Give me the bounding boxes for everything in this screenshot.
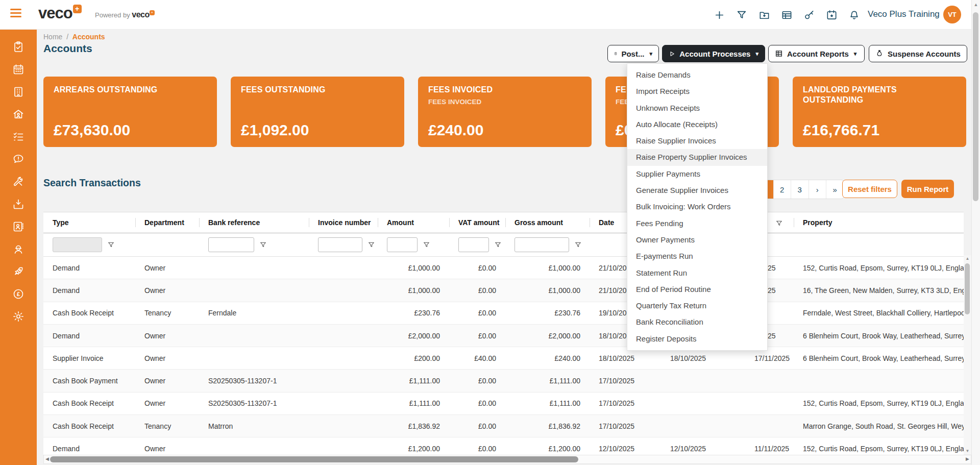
- filter-input[interactable]: [458, 237, 489, 252]
- pager-nav-button[interactable]: ›: [808, 180, 826, 199]
- menu-item[interactable]: Register Deposits: [627, 331, 767, 347]
- page-button[interactable]: 2: [773, 180, 791, 199]
- reset-filters-button[interactable]: Reset filters: [842, 180, 897, 198]
- menu-item[interactable]: Raise Supplier Invoices: [627, 133, 767, 149]
- rocket-icon[interactable]: [12, 265, 25, 278]
- download-tray-icon[interactable]: [12, 198, 25, 211]
- contractor-icon[interactable]: [12, 242, 25, 256]
- filter-input[interactable]: [387, 237, 418, 252]
- post-button[interactable]: Post...▾: [607, 45, 659, 62]
- key-icon[interactable]: [800, 7, 818, 23]
- column-header[interactable]: Gross amount: [505, 212, 590, 233]
- checklist-icon[interactable]: [12, 130, 25, 143]
- kpi-card-landlord-payments[interactable]: LANDLORD PAYMENTS OUTSTANDING £16,766.71: [793, 77, 966, 147]
- menu-item[interactable]: Auto Allocate (Receipts): [627, 116, 767, 133]
- scroll-down-icon[interactable]: ▼: [964, 449, 971, 453]
- tools-icon[interactable]: [12, 175, 25, 188]
- kpi-title: ARREARS OUTSTANDING: [54, 85, 181, 95]
- menu-item[interactable]: Bulk Invoicing: Work Orders: [627, 199, 767, 215]
- column-filter-icon[interactable]: [108, 241, 114, 248]
- scroll-up-icon[interactable]: ▲: [972, 2, 980, 7]
- column-header[interactable]: Amount: [378, 212, 449, 233]
- menu-item[interactable]: E-payments Run: [627, 248, 767, 264]
- filter-input[interactable]: [208, 237, 254, 252]
- table-row[interactable]: Cash Book ReceiptTenancyFerndale£230.76£…: [43, 302, 964, 324]
- table-row[interactable]: DemandOwner£1,000.00£0.00£1,000.0021/10/…: [43, 279, 964, 302]
- account-reports-button[interactable]: Account Reports▾: [768, 45, 865, 62]
- menu-item[interactable]: Fees Pending: [627, 215, 767, 232]
- menu-item[interactable]: Generate Supplier Invoices: [627, 182, 767, 199]
- scroll-left-icon[interactable]: ◀: [45, 456, 49, 461]
- scroll-thumb[interactable]: [965, 263, 970, 314]
- home-contact-icon[interactable]: [12, 108, 25, 121]
- menu-item[interactable]: Raise Property Supplier Invoices: [627, 149, 767, 165]
- table-row[interactable]: Supplier InvoiceOwner£200.00£40.00£240.0…: [43, 347, 964, 370]
- column-filter-icon[interactable]: [776, 220, 782, 227]
- breadcrumb-home[interactable]: Home: [43, 33, 62, 41]
- column-header[interactable]: Department: [135, 212, 199, 233]
- folder-download-icon[interactable]: [755, 7, 773, 23]
- page-button[interactable]: 3: [791, 180, 808, 199]
- add-icon[interactable]: [710, 7, 728, 23]
- column-filter-icon[interactable]: [495, 241, 501, 248]
- table-row[interactable]: Cash Book ReceiptTenancyMatrron£1,836.92…: [43, 415, 964, 437]
- table-row[interactable]: DemandOwner£1,000.00£0.00£1,000.0021/10/…: [43, 257, 964, 279]
- kpi-title: FEES OUTSTANDING: [241, 85, 369, 95]
- calendar-event-icon[interactable]: [823, 7, 840, 23]
- filter-input[interactable]: [318, 237, 362, 252]
- menu-item[interactable]: Unknown Receipts: [627, 100, 767, 116]
- filter-icon[interactable]: [733, 7, 750, 23]
- scroll-up-icon[interactable]: ▲: [964, 256, 971, 261]
- menu-item[interactable]: Supplier Payments: [627, 166, 767, 182]
- scroll-right-icon[interactable]: ▶: [966, 456, 969, 461]
- table-horizontal-scrollbar[interactable]: ◀ ▶: [43, 455, 971, 464]
- logo-plus-badge: +: [73, 5, 82, 13]
- column-header[interactable]: Invoice number: [309, 212, 378, 233]
- building-icon[interactable]: [12, 85, 25, 99]
- menu-item[interactable]: Quarterly Tax Return: [627, 298, 767, 314]
- menu-item[interactable]: Bank Reconciliation: [627, 314, 767, 330]
- table-vertical-scrollbar[interactable]: ▲ ▼: [964, 255, 971, 454]
- column-filter-icon[interactable]: [368, 241, 375, 248]
- contact-card-icon[interactable]: [12, 220, 25, 233]
- menu-item[interactable]: Import Receipts: [627, 83, 767, 100]
- column-header[interactable]: Property: [794, 212, 964, 233]
- column-header[interactable]: Type: [43, 212, 135, 233]
- account-processes-button[interactable]: Account Processes▾: [662, 45, 765, 62]
- kpi-title: LANDLORD PAYMENTS OUTSTANDING: [803, 85, 930, 105]
- page-vertical-scrollbar[interactable]: ▲: [971, 0, 980, 465]
- settings-gear-icon[interactable]: [12, 310, 25, 323]
- column-filter-icon[interactable]: [260, 241, 266, 248]
- kpi-card-arrears[interactable]: ARREARS OUTSTANDING £73,630.00: [43, 77, 217, 147]
- menu-item[interactable]: End of Period Routine: [627, 281, 767, 298]
- kpi-card-fees-invoiced[interactable]: FEES INVOICED FEES INVOICED £240.00: [418, 77, 592, 147]
- table-row[interactable]: Cash Book PaymentOwnerS20250305-113207-1…: [43, 370, 964, 392]
- clipboard-check-icon[interactable]: [12, 40, 25, 54]
- column-filter-icon[interactable]: [423, 241, 430, 248]
- pound-circle-icon[interactable]: £: [12, 287, 25, 301]
- table-row[interactable]: DemandOwner£2,000.00£0.00£2,000.0018/10/…: [43, 324, 964, 347]
- scroll-thumb[interactable]: [50, 456, 578, 462]
- page-title: Accounts: [43, 42, 92, 55]
- chat-alert-icon[interactable]: [12, 153, 25, 166]
- column-filter-icon[interactable]: [575, 241, 581, 248]
- scroll-thumb[interactable]: [973, 12, 978, 201]
- calendar-icon[interactable]: [12, 63, 25, 76]
- pager-nav-button[interactable]: »: [826, 180, 844, 199]
- hamburger-menu-icon[interactable]: [10, 9, 22, 20]
- kpi-card-fees-outstanding[interactable]: FEES OUTSTANDING £1,092.00: [231, 77, 404, 147]
- bell-icon[interactable]: [845, 7, 863, 23]
- table-row[interactable]: Cash Book ReceiptOwnerS20250305-113207-1…: [43, 392, 964, 414]
- filter-input[interactable]: [53, 237, 102, 252]
- menu-item[interactable]: Owner Payments: [627, 232, 767, 248]
- menu-item[interactable]: Statement Run: [627, 265, 767, 281]
- column-header[interactable]: VAT amount: [449, 212, 505, 233]
- suspense-accounts-button[interactable]: Suspense Accounts: [869, 45, 967, 62]
- menu-item[interactable]: Raise Demands: [627, 67, 767, 83]
- run-report-button[interactable]: Run Report: [901, 180, 954, 198]
- table-icon[interactable]: [778, 7, 795, 23]
- account-name[interactable]: Veco Plus Training: [868, 9, 940, 19]
- filter-input[interactable]: [514, 237, 569, 252]
- column-header[interactable]: Bank reference: [199, 212, 309, 233]
- avatar[interactable]: VT: [943, 6, 961, 23]
